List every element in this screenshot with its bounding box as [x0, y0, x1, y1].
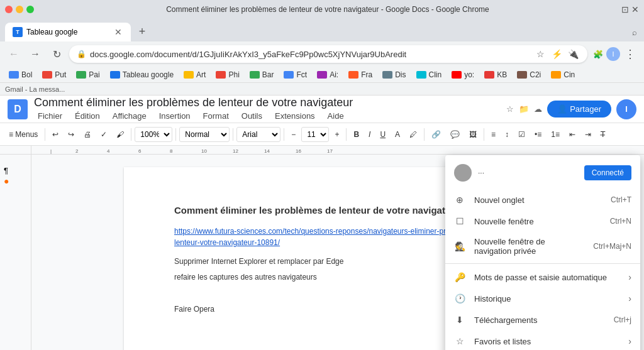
minimize-button[interactable]	[16, 6, 23, 13]
toolbar-font-increase-btn[interactable]: +	[331, 129, 343, 140]
share-icon: 👤	[557, 104, 567, 114]
tab-search-button[interactable]: ⌕	[630, 26, 639, 39]
user-avatar[interactable]: I	[616, 99, 636, 119]
profile-avatar[interactable]: I	[606, 47, 620, 61]
bookmark-item-art[interactable]: Art	[180, 69, 209, 80]
menu-item-downloads[interactable]: ⬇ Téléchargements Ctrl+j	[445, 309, 640, 331]
bookmark-item-pai[interactable]: Pai	[72, 69, 103, 80]
toolbar-redo-btn[interactable]: ↪	[64, 129, 78, 140]
reload-button[interactable]: ↻	[48, 45, 65, 63]
new-window-shortcut: Ctrl+N	[610, 217, 631, 226]
bookmark-item-bol[interactable]: Bol	[5, 69, 36, 80]
active-tab[interactable]: T Tableau google ✕	[5, 23, 131, 41]
address-bar: ← → ↻ 🔒 docs.google.com/document/d/1GJju…	[0, 41, 644, 67]
extensions-puzzle-icon[interactable]: 🧩	[591, 47, 605, 61]
bookmark-item-bar[interactable]: Bar	[246, 69, 278, 80]
menu-affichage[interactable]: Affichage	[109, 110, 150, 122]
toolbar-italic-btn[interactable]: I	[365, 129, 374, 140]
bookmark-item-dis[interactable]: Dis	[379, 69, 409, 80]
gmail-strip[interactable]: Gmail - La messa...	[0, 83, 644, 96]
top-ruler-area: | 2 4 6 8 10 12 14 16 17	[0, 146, 644, 155]
menu-item-history[interactable]: 🕐 Historique ›	[445, 288, 640, 309]
toolbar-underline-btn[interactable]: U	[376, 129, 389, 140]
toolbar-size-select[interactable]: 11	[301, 127, 329, 142]
toolbar-align-btn[interactable]: ≡	[487, 129, 499, 140]
menu-outils[interactable]: Outils	[238, 110, 266, 122]
bookmark-item-fra[interactable]: Fra	[345, 69, 376, 80]
bookmark-item-yo[interactable]: yo:	[448, 69, 478, 80]
menu-item-passwords[interactable]: 🔑 Mots de passe et saisie automatique ›	[445, 266, 640, 288]
menu-aide[interactable]: Aide	[324, 110, 348, 122]
close-icon[interactable]: ✕	[631, 4, 639, 14]
toolbar-bold-btn[interactable]: B	[350, 129, 363, 140]
title-bar: Comment éliminer les problèmes de lenteu…	[0, 0, 644, 19]
bookmark-item-kb[interactable]: KB	[480, 69, 511, 80]
share-label: Partager	[570, 104, 601, 114]
title-bar-icons: ⊡ ✕	[621, 4, 639, 14]
bookmark-item-put[interactable]: Put	[38, 69, 70, 80]
share-button[interactable]: 👤 Partager	[547, 101, 611, 118]
menu-item-new-window[interactable]: ☐ Nouvelle fenêtre Ctrl+N	[445, 211, 640, 232]
toolbar-style-select[interactable]: Normal	[179, 127, 230, 142]
toolbar-numberedlist-btn[interactable]: 1≡	[547, 129, 564, 140]
toolbar-link-btn[interactable]: 🔗	[428, 129, 445, 140]
toolbar-image-btn[interactable]: 🖼	[465, 129, 480, 140]
forward-button[interactable]: →	[26, 45, 44, 63]
menu-format[interactable]: Format	[199, 110, 233, 122]
menu-fichier[interactable]: Fichier	[34, 110, 66, 122]
close-button[interactable]	[5, 6, 13, 13]
toolbar-print-btn[interactable]: 🖨	[80, 129, 95, 140]
bookmark-item-cin[interactable]: Cin	[547, 69, 579, 80]
menu-insertion[interactable]: Insertion	[155, 110, 194, 122]
window-controls	[5, 6, 34, 13]
toolbar-clear-btn[interactable]: T̶	[597, 129, 609, 140]
extension-icon[interactable]: 🔌	[566, 47, 580, 61]
corner-ruler	[0, 146, 31, 154]
bookmark-item-phi[interactable]: Phi	[212, 69, 243, 80]
bookmark-star-icon[interactable]: ☆	[533, 47, 547, 61]
bookmark-item-fct[interactable]: Fct	[280, 69, 311, 80]
menu-item-favorites[interactable]: ☆ Favoris et listes ›	[445, 331, 640, 350]
menu-extensions[interactable]: Extensions	[271, 110, 319, 122]
sign-in-bar: ··· Connecté	[445, 159, 640, 187]
toolbar-font-decrease-btn[interactable]: −	[287, 129, 299, 140]
toolbar-undo-btn[interactable]: ↩	[48, 129, 62, 140]
toolbar-comment-btn[interactable]: 💬	[447, 129, 464, 140]
toolbar-zoom-select[interactable]: 100%	[135, 127, 172, 142]
toolbar-indent-btn[interactable]: ⇥	[581, 129, 595, 140]
tab-close-button[interactable]: ✕	[113, 27, 123, 37]
performance-icon[interactable]: ⚡	[550, 47, 564, 61]
toolbar-font-select[interactable]: Arial	[236, 127, 280, 142]
back-button[interactable]: ←	[5, 45, 23, 63]
toolbar-color-btn[interactable]: A	[391, 129, 404, 140]
address-input[interactable]: 🔒 docs.google.com/document/d/1GJjuIiKrAk…	[69, 45, 587, 63]
bookmark-item-tableau[interactable]: Tableau google	[106, 69, 177, 80]
maximize-button[interactable]	[26, 6, 34, 13]
toolbar-bulletlist-btn[interactable]: •≡	[531, 129, 545, 140]
doc-menu-bar: Fichier Édition Affichage Insertion Form…	[34, 109, 500, 122]
bookmark-item-clin[interactable]: Clin	[413, 69, 446, 80]
doc-title[interactable]: Comment éliminer les problèmes de lenteu…	[34, 96, 500, 109]
doc-folder-icon[interactable]: 📁	[519, 104, 529, 114]
bookmark-item-c2i[interactable]: C2i	[513, 69, 545, 80]
toolbar-outdent-btn[interactable]: ⇤	[565, 129, 579, 140]
new-tab-button[interactable]: +	[133, 23, 151, 40]
content-area: D Comment éliminer les problèmes de lent…	[0, 96, 644, 350]
connected-button[interactable]: Connecté	[584, 165, 631, 180]
menu-item-incognito[interactable]: 🕵 Nouvelle fenêtre de navigation privée …	[445, 232, 640, 261]
restore-icon[interactable]: ⊡	[621, 4, 629, 14]
menu-section-windows: ⊕ Nouvel onglet Ctrl+T ☐ Nouvelle fenêtr…	[445, 187, 640, 264]
chrome-menu-button[interactable]: ⋮	[621, 45, 639, 63]
new-tab-label: Nouvel onglet	[474, 195, 602, 205]
doc-cloud-icon[interactable]: ☁	[534, 104, 542, 114]
toolbar-spellcheck-btn[interactable]: ✓	[97, 129, 111, 140]
toolbar-paintformat-btn[interactable]: 🖌	[113, 129, 128, 140]
toolbar-highlight-btn[interactable]: 🖊	[406, 129, 421, 140]
menu-item-new-tab[interactable]: ⊕ Nouvel onglet Ctrl+T	[445, 189, 640, 211]
doc-star-icon[interactable]: ☆	[506, 104, 514, 114]
toolbar-lineheight-btn[interactable]: ↕	[501, 129, 513, 140]
bookmark-item-ai[interactable]: Ai:	[313, 69, 342, 80]
toolbar-menus-btn[interactable]: ≡ Menus	[5, 129, 42, 140]
toolbar-checklist-btn[interactable]: ☑	[514, 129, 529, 140]
menu-edition[interactable]: Édition	[71, 110, 104, 122]
